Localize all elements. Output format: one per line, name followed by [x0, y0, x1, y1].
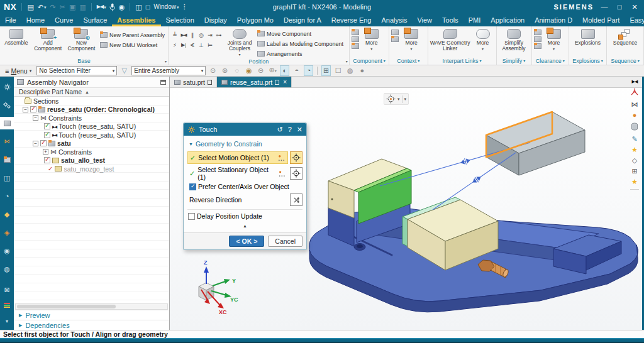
immediate-hide-icon[interactable]: ☐ — [333, 66, 343, 75]
suppress-component-icon[interactable] — [352, 43, 359, 49]
context-more-button[interactable]: More▾ — [400, 28, 423, 51]
reset-icon[interactable]: ↺ — [277, 126, 282, 134]
fix-constraint-icon[interactable]: ┷ — [170, 30, 179, 40]
clearance-set-icon[interactable] — [534, 43, 541, 49]
pattern-component-icon[interactable] — [352, 30, 359, 35]
structure-icon[interactable]: ⊞ — [631, 168, 637, 175]
tab-tools[interactable]: Tools — [437, 14, 464, 26]
visualization-palette-icon[interactable] — [0, 299, 14, 312]
tab-view[interactable]: View — [412, 14, 437, 26]
wave-geometry-linker-button[interactable]: WAVE Geometry Linker — [430, 28, 470, 52]
snap-quadrant-icon[interactable]: ⊕▾ — [268, 65, 277, 76]
parallel-constraint-icon[interactable]: ∥ — [188, 30, 197, 40]
render-style-icon[interactable]: ◔ — [304, 65, 313, 76]
tree-row-satu-constraints[interactable]: + ⋈ Constraints — [14, 148, 169, 156]
clearance-analysis-icon[interactable] — [534, 30, 541, 35]
arrangements-button[interactable]: Arrangements — [256, 49, 345, 58]
templates-tab[interactable]: ◈ — [0, 226, 14, 239]
clearance-browser-icon[interactable] — [534, 36, 541, 42]
checkbox-checked-red[interactable] — [44, 157, 50, 163]
selection-filter-dropdown[interactable]: No Selection Filter▾ — [36, 66, 117, 75]
show-icon[interactable]: ● — [357, 66, 367, 75]
angle-constraint-icon[interactable]: ∢ — [188, 40, 197, 50]
dialog-launcher-icon[interactable]: ▾ — [165, 59, 167, 63]
point-dialog-icon[interactable] — [277, 154, 286, 162]
collapse-expander-icon[interactable]: − — [33, 141, 38, 146]
info-tab[interactable]: ◉ — [0, 244, 14, 257]
sequence-button[interactable]: Sequence — [609, 28, 641, 46]
fit-constraint-icon[interactable]: ⊨ — [206, 40, 214, 50]
label-as-modeling-button[interactable]: Label as Modeling Component — [256, 39, 345, 48]
show-only-icon[interactable] — [391, 36, 399, 42]
show-hide-icon[interactable]: ⊞ — [321, 65, 331, 76]
tree-row-touch-1[interactable]: ▶◀ Touch (reuse_satu, SATU) — [14, 122, 169, 131]
hide-icon[interactable]: ◍ — [345, 66, 355, 75]
move-component-button[interactable]: Move Component — [256, 29, 345, 38]
tab-application[interactable]: Application — [486, 14, 530, 26]
close-tab-icon[interactable]: × — [283, 79, 287, 85]
tree-row-satu-allo-test[interactable]: satu_allo_test — [14, 156, 169, 165]
align-lock-icon[interactable]: ⊶ — [214, 30, 223, 40]
paste-icon[interactable]: ▥ — [79, 4, 86, 11]
concentric-constraint-icon[interactable]: ◎ — [197, 30, 206, 40]
checkbox-checked-green[interactable] — [44, 123, 50, 129]
dropdown-arrow-icon[interactable]: ▾ — [404, 97, 407, 102]
shaded-icon[interactable]: ◓ — [292, 66, 301, 75]
tab-easy-fill[interactable]: Easy Fill Adv — [625, 14, 644, 26]
constraint-navigator-tab[interactable]: ⋈ — [0, 135, 14, 148]
new-parent-assembly-button[interactable]: New Parent Assembly — [99, 30, 166, 40]
command-finder-icon[interactable]: ◉ — [119, 4, 125, 11]
select-motion-object-row[interactable]: ✓ Select Motion Object (1) — [187, 151, 288, 164]
dialog-help-icon[interactable]: ? — [288, 126, 292, 134]
checkbox-unchecked[interactable] — [188, 213, 195, 220]
selection-scope-dropdown[interactable]: Entire Assembly▾ — [131, 66, 206, 75]
horizontal-scrollbar[interactable] — [15, 303, 168, 310]
collapse-expander-icon[interactable]: − — [33, 115, 38, 121]
tree-row-touch-2[interactable]: ▶◀ Touch (reuse_satu, SATU) — [14, 131, 169, 139]
undo-icon[interactable]: ↶▾ — [38, 4, 47, 11]
checkbox-checked-red[interactable] — [40, 140, 47, 146]
explosions-button[interactable]: Explosions — [571, 28, 604, 46]
history-tab[interactable]: ◔ — [0, 190, 14, 202]
detach-tab-icon[interactable] — [275, 80, 279, 85]
copy-icon[interactable]: ▣ — [69, 4, 75, 11]
delay-position-row[interactable]: Delay Position Update — [188, 212, 303, 220]
distance-constraint-icon[interactable]: ⇥ — [206, 30, 214, 40]
checkbox-checked-red[interactable] — [30, 106, 36, 112]
csys-orient-icon[interactable] — [386, 94, 396, 104]
tab-selection[interactable]: Selection — [161, 14, 199, 26]
select-stationary-object-row[interactable]: ✓ Select Stationary Object (1) — [187, 167, 288, 180]
manufacturing-wizard-tab[interactable]: ◆ — [0, 208, 14, 220]
component-more-button[interactable]: More▾ — [360, 28, 383, 51]
datum-csys-icon[interactable] — [630, 87, 639, 97]
bounding-box-icon[interactable]: ◇ — [632, 157, 637, 164]
assemble-button[interactable]: Assemble — [2, 28, 31, 46]
collapse-expander-icon[interactable]: − — [23, 107, 28, 112]
preview-section[interactable]: ▶Preview — [14, 310, 169, 320]
geometry-section-header[interactable]: ▼Geometry to Constrain — [189, 140, 303, 148]
tab-assemblies[interactable]: Assemblies — [112, 14, 160, 26]
cut-icon[interactable]: ✂ — [60, 4, 65, 11]
tab-display[interactable]: Display — [199, 14, 232, 26]
touch-align-icon[interactable]: ▶◀ — [179, 30, 188, 40]
motion-select-button[interactable] — [290, 151, 303, 164]
cancel-button[interactable]: Cancel — [268, 236, 303, 247]
ribbon-options-icon[interactable]: ᎒ — [182, 4, 186, 11]
tab-surface[interactable]: Surface — [78, 14, 112, 26]
suggest-command-icon[interactable]: ★ — [631, 178, 638, 185]
simplify-assembly-button[interactable]: Simplify Assembly — [499, 28, 530, 52]
issue-tool-icon[interactable]: ⊠ — [0, 283, 14, 296]
navigator-column-header[interactable]: Descriptive Part Name ▲ — [14, 88, 169, 97]
add-component-button[interactable]: +Add Component — [32, 28, 64, 52]
scrollbar-thumb[interactable] — [17, 305, 116, 308]
window-menu[interactable]: Window▾ — [153, 4, 179, 10]
detach-tab-icon[interactable] — [208, 80, 212, 85]
switch-window-icon[interactable]: ◫ — [135, 4, 142, 11]
tree-row-satu-mozgo-test[interactable]: ✓ satu_mozgo_test — [14, 165, 169, 173]
interpart-more-button[interactable]: More▾ — [472, 28, 494, 51]
snap-point-icon[interactable]: ⊙ — [208, 66, 218, 75]
dialog-close-icon[interactable]: ✕ — [297, 126, 303, 134]
tree-row-satu[interactable]: − satu — [14, 139, 169, 148]
new-dmu-workset-button[interactable]: New DMU Workset — [99, 40, 166, 50]
filter-icon[interactable]: ▽ — [119, 66, 129, 75]
